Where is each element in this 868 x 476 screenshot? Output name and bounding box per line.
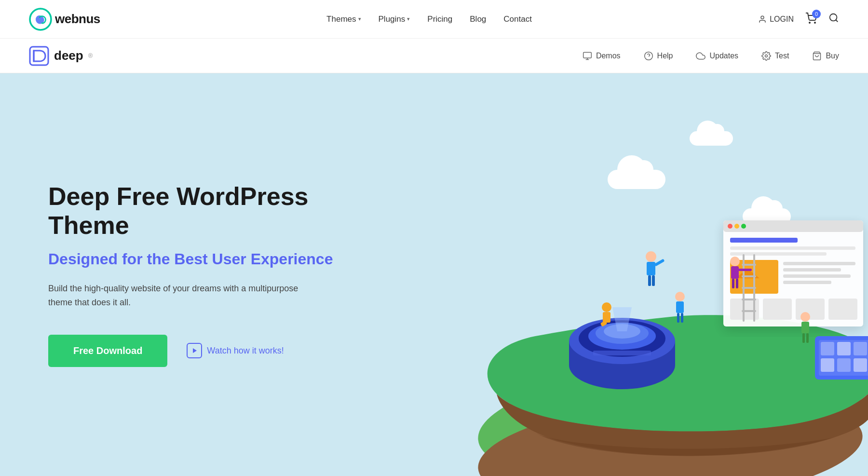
svg-rect-55 <box>742 275 756 277</box>
svg-point-76 <box>675 292 685 301</box>
figure-standing-1 <box>646 251 665 286</box>
svg-rect-68 <box>854 342 867 355</box>
svg-rect-75 <box>806 333 809 343</box>
hero-actions: Free Download Watch how it works! <box>48 335 376 367</box>
svg-rect-67 <box>837 342 851 355</box>
search-button[interactable] <box>828 13 839 26</box>
svg-point-4 <box>830 14 837 21</box>
site-brand-name: webnus <box>55 12 100 27</box>
svg-point-59 <box>730 257 740 266</box>
free-download-button[interactable]: Free Download <box>48 335 167 367</box>
nav-plugins[interactable]: Plugins ▾ <box>379 14 410 24</box>
svg-rect-7 <box>583 52 592 58</box>
site-logo[interactable]: webnus <box>29 8 100 31</box>
svg-rect-66 <box>821 342 834 355</box>
svg-rect-61 <box>732 279 734 288</box>
svg-marker-14 <box>193 348 197 353</box>
svg-point-26 <box>602 302 611 312</box>
top-navigation: webnus Themes ▾ Plugins ▾ Pricing Blog C… <box>0 0 868 39</box>
svg-point-2 <box>809 22 810 23</box>
subnav-test[interactable]: Test <box>761 51 789 61</box>
svg-rect-33 <box>654 258 665 266</box>
subnav-demos[interactable]: Demos <box>583 51 621 61</box>
svg-rect-62 <box>736 279 738 288</box>
ladder-illustration <box>742 254 756 322</box>
svg-rect-70 <box>837 358 851 372</box>
svg-rect-40 <box>730 246 855 250</box>
login-button[interactable]: LOGIN <box>758 15 794 24</box>
main-nav-links: Themes ▾ Plugins ▾ Pricing Blog Contact <box>326 14 532 24</box>
play-icon <box>187 343 202 358</box>
webnus-logo-icon <box>29 8 52 31</box>
svg-rect-77 <box>676 301 684 313</box>
svg-point-38 <box>741 224 746 229</box>
svg-rect-56 <box>742 287 756 289</box>
svg-rect-47 <box>783 281 831 284</box>
floating-tablet-illustration <box>815 336 868 380</box>
svg-point-72 <box>800 312 810 322</box>
svg-rect-49 <box>763 299 792 320</box>
nav-contact[interactable]: Contact <box>503 14 532 24</box>
plugins-chevron-icon: ▾ <box>407 16 410 22</box>
hero-content: Deep Free WordPress Theme Designed for t… <box>48 182 376 367</box>
svg-line-5 <box>836 20 838 22</box>
svg-point-36 <box>728 224 732 229</box>
svg-rect-60 <box>731 266 739 279</box>
nav-themes[interactable]: Themes ▾ <box>326 14 361 24</box>
hero-illustration <box>386 73 868 476</box>
svg-rect-46 <box>783 274 851 278</box>
subnav-buy[interactable]: Buy <box>812 51 839 61</box>
monitor-icon <box>583 51 592 61</box>
shopping-bag-icon <box>812 51 822 61</box>
svg-rect-71 <box>854 358 867 372</box>
svg-rect-57 <box>742 299 756 300</box>
svg-rect-73 <box>801 322 809 333</box>
svg-rect-44 <box>783 262 855 265</box>
svg-rect-39 <box>730 238 798 243</box>
svg-point-29 <box>646 251 656 262</box>
deep-logo[interactable]: deep ® <box>29 46 93 66</box>
subnav-updates[interactable]: Updates <box>696 51 738 61</box>
svg-rect-54 <box>742 264 756 266</box>
svg-point-10 <box>644 52 652 60</box>
nav-pricing[interactable]: Pricing <box>427 14 452 24</box>
svg-rect-79 <box>681 313 683 323</box>
settings-icon <box>761 51 771 61</box>
cart-badge-count: 0 <box>812 10 821 18</box>
svg-rect-25 <box>593 351 651 355</box>
cloud-icon <box>696 51 705 61</box>
hero-description: Build the high-quality website of your d… <box>48 282 309 310</box>
svg-rect-50 <box>796 299 825 320</box>
svg-point-3 <box>814 22 815 23</box>
svg-rect-31 <box>648 275 651 286</box>
hero-section: Deep Free WordPress Theme Designed for t… <box>0 73 868 476</box>
svg-rect-51 <box>828 299 857 320</box>
cart-button[interactable]: 0 <box>805 13 817 26</box>
deep-subnav-links: Demos Help Updates Test <box>583 51 839 61</box>
svg-rect-63 <box>738 269 752 271</box>
user-icon <box>758 15 767 24</box>
island-svg <box>439 143 868 476</box>
subnav-help[interactable]: Help <box>644 51 673 61</box>
svg-rect-32 <box>652 275 655 286</box>
svg-rect-41 <box>730 252 827 256</box>
help-circle-icon <box>644 51 653 61</box>
deep-subnav: deep ® Demos Help Updates <box>0 39 868 73</box>
watch-video-link[interactable]: Watch how it works! <box>187 343 284 358</box>
svg-rect-58 <box>742 310 756 312</box>
nav-right-actions: LOGIN 0 <box>758 13 839 26</box>
themes-chevron-icon: ▾ <box>358 16 361 22</box>
svg-rect-69 <box>821 358 834 372</box>
svg-rect-78 <box>677 313 679 323</box>
svg-rect-74 <box>802 333 805 343</box>
hero-subtitle: Designed for the Best User Experience <box>48 250 376 268</box>
hero-title: Deep Free WordPress Theme <box>48 182 376 240</box>
svg-point-12 <box>765 54 768 57</box>
nav-blog[interactable]: Blog <box>470 14 486 24</box>
search-icon <box>828 13 839 23</box>
deep-logo-icon <box>29 46 49 66</box>
svg-rect-27 <box>603 312 610 323</box>
svg-point-37 <box>734 224 739 229</box>
svg-rect-30 <box>647 262 655 275</box>
play-triangle-icon <box>191 348 197 354</box>
